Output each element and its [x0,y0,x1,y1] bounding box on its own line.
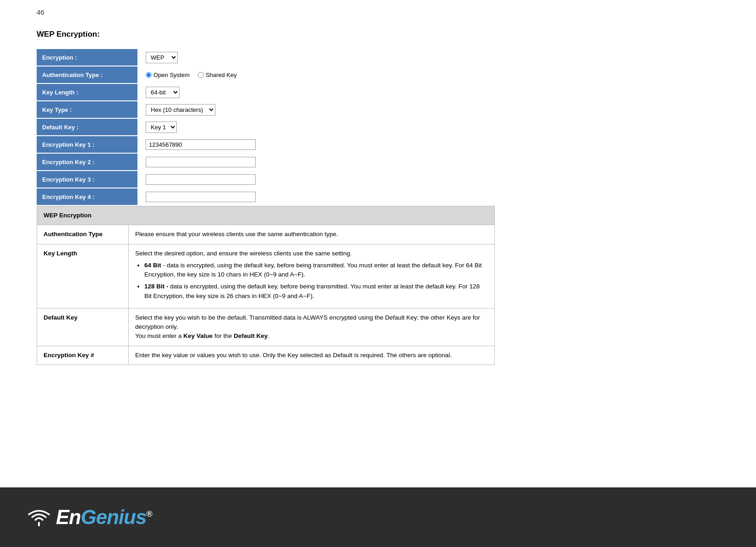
radio-shared-key[interactable]: Shared Key [198,72,237,78]
control-encryption: WEP WPA WPA2 [142,50,181,65]
info-row-auth: Authentication Type Please ensure that y… [37,225,495,244]
default-key-text2: You must enter a Key Value for the Defau… [135,332,269,339]
info-label-key-length: Key Length [37,244,129,308]
main-content: WEP Encryption: Encryption : WEP WPA WPA… [0,16,756,402]
logo-container: EnGenius® [27,506,152,529]
radio-open-system-input[interactable] [146,72,152,78]
label-key-type: Key Type : [37,101,137,118]
control-default-key: Key 1 Key 2 Key 3 Key 4 [142,120,181,135]
form-row-encryption: Encryption : WEP WPA WPA2 [37,49,719,66]
key-length-intro: Select the desired option, and ensure th… [135,250,352,257]
key-length-list: 64 Bit - data is encrypted, using the de… [144,261,488,301]
enc-key-4-input[interactable] [146,192,256,202]
form-row-key-type: Key Type : Hex (10 characters) ASCII (5 … [37,101,719,118]
label-enc-key-2: Encryption Key 2 : [37,154,137,170]
info-label-auth: Authentication Type [37,225,129,244]
enc-key-3-input[interactable] [146,174,256,185]
control-key-type: Hex (10 characters) ASCII (5 characters) [142,102,219,117]
form-row-enc-key-1: Encryption Key 1 : [37,136,719,153]
key-type-select[interactable]: Hex (10 characters) ASCII (5 characters) [146,104,215,116]
label-key-length: Key Length : [37,84,137,100]
form-row-auth-type: Authentication Type : Open System Shared… [37,66,719,83]
key-length-128bit: 128 Bit - data is encrypted, using the d… [144,282,488,301]
key-length-64bit: 64 Bit - data is encrypted, using the de… [144,261,488,280]
info-content-enc-key: Enter the key value or values you wish t… [129,346,495,365]
label-enc-key-4: Encryption Key 4 : [37,188,137,205]
wifi-icon [27,508,50,526]
control-enc-key-2 [142,155,259,169]
label-enc-key-3: Encryption Key 3 : [37,171,137,188]
footer: EnGenius® [0,487,756,547]
enc-key-2-input[interactable] [146,157,256,167]
form-row-enc-key-4: Encryption Key 4 : [37,188,719,205]
radio-shared-key-input[interactable] [198,72,204,78]
form-row-key-length: Key Length : 64-bit 128-bit [37,84,719,100]
info-table: WEP Encryption Authentication Type Pleas… [37,206,495,365]
info-row-default-key: Default Key Select the key you wish to b… [37,308,495,346]
form-row-enc-key-3: Encryption Key 3 : [37,171,719,188]
label-encryption: Encryption : [37,49,137,66]
form-row-default-key: Default Key : Key 1 Key 2 Key 3 Key 4 [37,119,719,135]
control-enc-key-3 [142,172,259,187]
control-enc-key-1 [142,138,259,152]
logo-text-container: EnGenius® [56,506,152,529]
info-label-enc-key: Encryption Key # [37,346,129,365]
wep-form: Encryption : WEP WPA WPA2 Authentication… [37,49,719,205]
page-number: 46 [0,0,756,16]
info-content-key-length: Select the desired option, and ensure th… [129,244,495,308]
info-table-header: WEP Encryption [37,206,495,225]
form-row-enc-key-2: Encryption Key 2 : [37,154,719,170]
info-content-auth: Please ensure that your wireless clients… [129,225,495,244]
default-key-text1: Select the key you wish to be the defaul… [135,314,480,330]
info-row-key-length: Key Length Select the desired option, an… [37,244,495,308]
label-auth-type: Authentication Type : [37,66,137,83]
enc-key-1-input[interactable] [146,139,256,150]
info-table-header-row: WEP Encryption [37,206,495,225]
logo-text: EnGenius® [56,506,152,528]
radio-open-system[interactable]: Open System [146,72,190,78]
info-content-default-key: Select the key you wish to be the defaul… [129,308,495,346]
encryption-select[interactable]: WEP WPA WPA2 [146,52,178,63]
control-key-length: 64-bit 128-bit [142,85,183,100]
label-enc-key-1: Encryption Key 1 : [37,136,137,153]
section-title: WEP Encryption: [37,30,719,39]
control-enc-key-4 [142,190,259,204]
control-auth-type: Open System Shared Key [142,70,241,80]
default-key-select[interactable]: Key 1 Key 2 Key 3 Key 4 [146,122,177,133]
label-default-key: Default Key : [37,119,137,135]
key-length-select[interactable]: 64-bit 128-bit [146,87,180,98]
info-row-enc-key: Encryption Key # Enter the key value or … [37,346,495,365]
info-label-default-key: Default Key [37,308,129,346]
